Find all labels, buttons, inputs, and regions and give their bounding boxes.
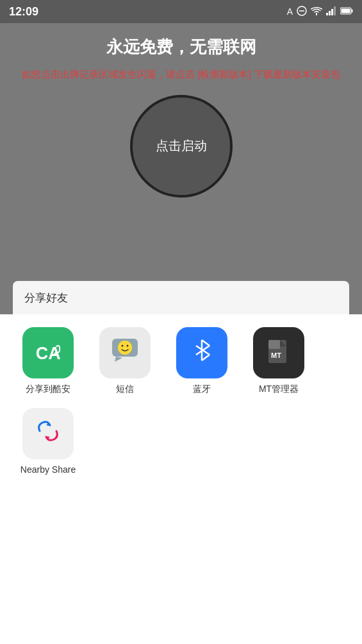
sms-icon-inner xyxy=(110,335,140,371)
app-main: 永远免费，无需联网 如您点击出牌记录区域发生闪退，请点击 [检测新版本] 下载最… xyxy=(0,23,362,314)
nearby-icon-inner xyxy=(32,418,64,450)
share-row-2: Nearby Share xyxy=(13,408,349,475)
share-item-sms[interactable]: 短信 xyxy=(90,327,160,395)
svg-rect-7 xyxy=(352,10,353,13)
mt-icon-inner: MT xyxy=(263,337,294,368)
status-icons: A xyxy=(287,6,353,18)
svg-rect-3 xyxy=(329,11,331,15)
svg-line-15 xyxy=(202,340,210,346)
share-label-kuai: 分享到酷安 xyxy=(26,384,70,395)
start-button[interactable]: 点击启动 xyxy=(130,95,233,198)
svg-rect-5 xyxy=(334,6,336,15)
start-button-label: 点击启动 xyxy=(156,137,207,155)
share-label-sms: 短信 xyxy=(116,384,134,395)
svg-line-17 xyxy=(202,355,210,360)
share-bar: 分享好友 xyxy=(13,281,349,314)
share-item-nearby[interactable]: Nearby Share xyxy=(13,408,83,475)
svg-point-12 xyxy=(122,344,124,346)
svg-point-11 xyxy=(118,341,132,355)
share-item-bluetooth[interactable]: 蓝牙 xyxy=(167,327,237,395)
share-bar-text: 分享好友 xyxy=(24,291,68,305)
signal-icon xyxy=(326,6,336,17)
share-row-1: CA 分享到酷安 xyxy=(13,327,349,395)
status-bar: 12:09 A xyxy=(0,0,362,23)
status-time: 12:09 xyxy=(9,5,38,19)
bt-icon xyxy=(176,327,227,378)
svg-text:MT: MT xyxy=(271,352,281,359)
svg-rect-2 xyxy=(326,13,328,15)
svg-point-13 xyxy=(127,344,129,346)
svg-rect-20 xyxy=(268,340,280,349)
nearby-icon xyxy=(22,408,74,459)
mt-icon: MT xyxy=(253,327,304,378)
share-label-nearby: Nearby Share xyxy=(21,464,76,475)
share-item-mt[interactable]: MT MT管理器 xyxy=(243,327,314,395)
svg-rect-4 xyxy=(331,9,333,15)
wifi-icon xyxy=(311,6,322,17)
app-warning: 如您点击出牌记录区域发生闪退，请点击 [检测新版本] 下载最新版本安装包 xyxy=(22,67,340,82)
kuai-icon: CA xyxy=(22,327,74,378)
share-label-mt: MT管理器 xyxy=(259,384,299,395)
share-label-bt: 蓝牙 xyxy=(193,384,211,395)
svg-rect-8 xyxy=(341,9,350,13)
keyboard-icon: A xyxy=(287,6,293,17)
dnd-icon xyxy=(297,6,307,18)
battery-icon xyxy=(340,6,353,17)
bt-icon-inner xyxy=(188,337,215,369)
app-title: 永远免费，无需联网 xyxy=(106,36,256,58)
sms-icon xyxy=(99,327,151,378)
kuai-icon-inner: CA xyxy=(33,341,63,365)
share-item-kuai[interactable]: CA 分享到酷安 xyxy=(13,327,83,395)
share-sheet: CA 分享到酷安 xyxy=(0,314,362,644)
